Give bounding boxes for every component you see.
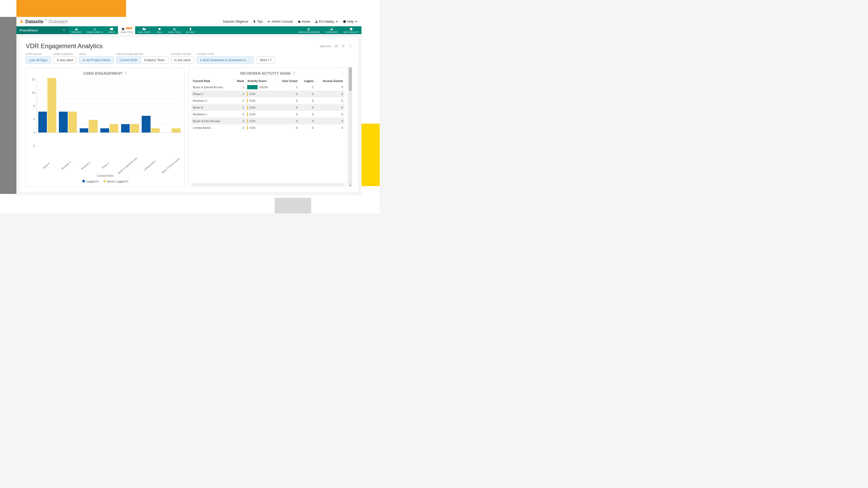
svg-rect-16 xyxy=(309,28,309,30)
nav-email-drafts[interactable]: EMAIL DRAFTS xyxy=(84,26,105,34)
viewby-analytics-team[interactable]: Analytics Team xyxy=(141,57,168,64)
bar xyxy=(59,112,67,132)
decoration-gray-left xyxy=(0,17,17,194)
table-header[interactable]: Current Role xyxy=(191,78,233,84)
nav-deal-team[interactable]: DEAL TEAM xyxy=(166,26,183,34)
nav-add-project[interactable]: ADD PROJECT xyxy=(341,26,362,34)
nav-bids[interactable]: BIDS xyxy=(153,26,166,34)
filter-teams[interactable]: is any value xyxy=(171,57,194,64)
filter-label-view-by: VIEW DASHBOARD BY: xyxy=(116,53,168,56)
nav-inbox[interactable]: INBOX xyxy=(105,26,118,34)
envelope-icon xyxy=(110,27,113,31)
table-header[interactable]: Rank xyxy=(232,78,246,84)
page-title: VDR Engagement Analytics xyxy=(26,42,103,50)
info-icon[interactable] xyxy=(292,72,296,75)
card-title-text: USER ENGAGEMENT xyxy=(83,71,122,75)
bar xyxy=(172,128,180,132)
svg-rect-7 xyxy=(76,28,76,30)
svg-rect-14 xyxy=(190,28,191,30)
svg-rect-8 xyxy=(77,28,78,30)
svg-rect-6 xyxy=(75,29,75,30)
users-icon xyxy=(330,27,333,31)
decoration-gray-bottom xyxy=(275,198,311,214)
table-header[interactable]: Logins xyxy=(299,78,315,84)
bar xyxy=(89,120,97,132)
filter-user-company[interactable]: is any value xyxy=(53,57,76,64)
svg-point-24 xyxy=(350,46,350,46)
scroll-down-button[interactable]: ▾ xyxy=(348,183,352,187)
nav-details[interactable]: DETAILS xyxy=(183,26,198,34)
bar xyxy=(121,124,130,132)
chevron-down-icon xyxy=(355,20,358,23)
refresh-icon[interactable] xyxy=(335,44,338,48)
legend-item: Logged In xyxy=(82,180,99,183)
chart-plot xyxy=(36,78,182,133)
link-tips[interactable]: Tips xyxy=(253,20,263,24)
brand-name: Datasite xyxy=(25,19,43,25)
link-admin-console[interactable]: Admin Console xyxy=(268,20,293,24)
svg-point-5 xyxy=(343,20,346,23)
viewby-current-role[interactable]: Current Role xyxy=(116,57,141,64)
nav-analytics[interactable]: NEW ANALYTICS xyxy=(118,26,135,34)
nav-deal-docs[interactable]: DEAL DOCS xyxy=(135,26,153,34)
y-tick: 8 xyxy=(33,105,35,107)
help-menu[interactable]: Help xyxy=(343,20,358,24)
bar-group xyxy=(100,78,118,132)
decoration-yellow xyxy=(362,124,380,186)
svg-point-17 xyxy=(331,28,331,29)
nav-tracker[interactable]: TRACKER xyxy=(68,26,84,34)
table-header[interactable]: Activity Score xyxy=(246,78,276,84)
table-row[interactable]: Reviewer 120.0%000 xyxy=(191,111,345,118)
info-icon[interactable] xyxy=(124,72,127,75)
horizontal-scrollbar[interactable] xyxy=(191,184,345,186)
user-icon xyxy=(315,20,318,23)
bar xyxy=(142,116,150,132)
link-datasite-diligence[interactable]: Datasite Diligence xyxy=(223,20,248,24)
filter-date-range[interactable]: Last 30 Days xyxy=(26,57,51,64)
y-tick: 4 xyxy=(33,131,35,134)
filter-access-type[interactable]: is Bulk Download or Download or View or … xyxy=(197,57,254,64)
chevron-down-icon xyxy=(335,20,338,23)
user-menu[interactable]: Em Hadley xyxy=(315,20,339,24)
table-header[interactable]: User Count xyxy=(276,78,299,84)
link-home[interactable]: Home xyxy=(298,20,310,24)
table-row[interactable]: Reviewer 220.0%000 xyxy=(191,97,345,104)
bar xyxy=(130,124,139,132)
table-row[interactable]: Buyer A Special Access1100.0%110 xyxy=(191,84,345,91)
bar xyxy=(48,78,56,132)
filter-icon[interactable] xyxy=(342,44,345,48)
info-icon xyxy=(189,27,192,31)
table-row[interactable]: Buyer A20.0%000 xyxy=(191,104,345,111)
more-vert-icon xyxy=(341,71,345,74)
bar xyxy=(68,112,77,132)
card-menu-button[interactable] xyxy=(341,70,345,75)
filter-more[interactable]: More • 7 xyxy=(256,57,275,64)
table-row[interactable]: Limited Admin20.0%000 xyxy=(191,124,345,131)
y-tick: 6 xyxy=(33,118,35,121)
svg-point-31 xyxy=(343,73,343,74)
svg-point-11 xyxy=(158,28,160,30)
chart-x-axis: Buyer AReviewer 1Reviewer 2Phase 2Buyer … xyxy=(29,161,182,167)
svg-rect-1 xyxy=(254,22,255,23)
svg-point-30 xyxy=(343,72,343,73)
svg-point-18 xyxy=(332,28,333,29)
scrollbar-thumb[interactable] xyxy=(349,67,352,91)
more-vert-icon[interactable] xyxy=(349,44,352,48)
nav-companies[interactable]: COMPANIES xyxy=(322,26,341,34)
nav-admin-dashboard[interactable]: ADMIN DASHBOARD xyxy=(296,26,322,34)
table-row[interactable]: Phase 220.0%000 xyxy=(191,91,345,97)
vertical-scrollbar[interactable]: ▾ xyxy=(348,67,352,187)
rank-table: Current RoleRankActivity ScoreUser Count… xyxy=(191,78,345,131)
table-row[interactable]: Buyer A Extra Access20.0%000 xyxy=(191,118,345,124)
y-tick: 2 xyxy=(33,144,35,147)
filter-role[interactable]: is not Project Admin xyxy=(79,57,114,64)
table-header[interactable]: Access Events xyxy=(315,78,345,84)
chart-x-label: Current Role xyxy=(29,174,182,177)
legend-item: Never Logged In xyxy=(103,180,128,183)
bar xyxy=(110,124,118,132)
bar xyxy=(100,128,109,132)
project-selector[interactable]: Prometheus xyxy=(17,26,68,34)
brand-product: Outreach xyxy=(49,19,68,25)
card-reviewer-activity-rank: REVIEWER ACTIVITY RANK Current RoleRankA… xyxy=(189,67,348,187)
bar-group xyxy=(142,78,160,132)
